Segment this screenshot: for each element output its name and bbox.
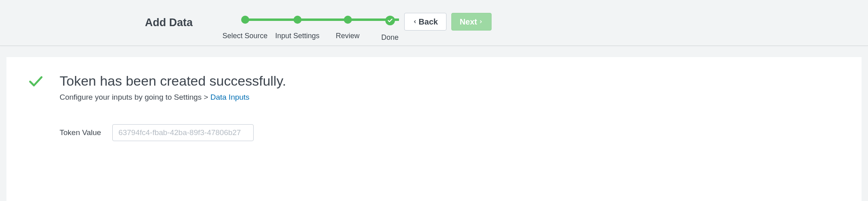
wizard-nav-buttons: Back Next	[404, 13, 492, 31]
back-button-label: Back	[419, 17, 438, 27]
back-button[interactable]: Back	[404, 13, 446, 31]
step-done-icon	[385, 16, 395, 25]
success-message: Token has been created successfully. Con…	[28, 73, 840, 141]
data-inputs-link[interactable]: Data Inputs	[210, 93, 249, 101]
step-label: Input Settings	[275, 32, 319, 40]
step-dot-icon	[293, 16, 302, 24]
step-dot-icon	[344, 16, 352, 24]
wizard-stepper: Select Source Input Settings Review Done	[221, 4, 410, 42]
wizard-header: Add Data Select Source Input Settings Re…	[0, 0, 868, 46]
step-label: Select Source	[222, 32, 267, 40]
token-row: Token Value	[60, 124, 840, 141]
token-value-label: Token Value	[60, 128, 101, 137]
page-title: Add Data	[145, 16, 193, 29]
step-dot-icon	[241, 16, 249, 24]
success-heading: Token has been created successfully.	[60, 73, 840, 89]
success-subtext-prefix: Configure your inputs by going to Settin…	[60, 93, 210, 101]
content-wrapper: Token has been created successfully. Con…	[0, 46, 868, 201]
chevron-left-icon	[413, 17, 417, 27]
checkmark-icon	[28, 74, 43, 91]
content-panel: Token has been created successfully. Con…	[6, 57, 862, 201]
step-label: Review	[336, 32, 360, 40]
next-button[interactable]: Next	[451, 13, 492, 31]
next-button-label: Next	[460, 17, 477, 27]
success-subtext: Configure your inputs by going to Settin…	[60, 93, 840, 102]
success-text-block: Token has been created successfully. Con…	[60, 73, 840, 141]
chevron-right-icon	[479, 17, 483, 27]
token-value-input[interactable]	[112, 124, 254, 141]
step-label: Done	[381, 33, 399, 42]
